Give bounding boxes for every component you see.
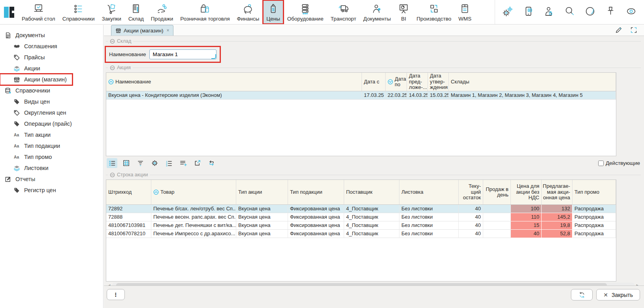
eye-button[interactable] xyxy=(625,6,637,19)
nav-item-prices[interactable]: $Цены xyxy=(263,0,284,24)
column-header[interactable]: Дата по xyxy=(386,73,407,91)
nav-item-warehouse[interactable]: Склад xyxy=(125,0,147,24)
logo-mark-cyan xyxy=(4,7,9,18)
column-header[interactable]: Поставщик xyxy=(344,180,399,204)
pin-button[interactable] xyxy=(605,6,616,19)
collapse-icon[interactable] xyxy=(110,65,115,70)
filter-tool[interactable] xyxy=(135,158,146,168)
cell: 40 xyxy=(459,213,483,221)
column-header[interactable]: Склады xyxy=(449,73,616,91)
nav-item-wms[interactable]: WMS xyxy=(455,0,475,24)
sidebar-item-7[interactable]: Округления цен xyxy=(0,107,72,118)
table-row[interactable]: 72892Печенье б/сах. лен/отруб. вес Сп...… xyxy=(106,205,616,213)
sidebar-item-6[interactable]: Виды цен xyxy=(0,96,55,107)
column-header[interactable]: Дата пред-ложе-... xyxy=(407,73,428,91)
nav-item-transport[interactable]: Транспорт xyxy=(327,0,360,24)
column-header[interactable]: Товар xyxy=(151,180,236,204)
active-filter-checkbox[interactable] xyxy=(598,161,604,166)
tab-close-icon[interactable]: × xyxy=(166,28,169,33)
nav-item-documents[interactable]: Документы xyxy=(360,0,395,24)
open-external-tool[interactable] xyxy=(192,158,203,168)
table-row[interactable]: 4810067078210Печенье Импрессо с др.арахи… xyxy=(106,230,616,238)
sidebar-item-5[interactable]: Справочники xyxy=(0,85,56,96)
table-row[interactable]: 72888Печенье весен. рапс.арах. вес Сп...… xyxy=(106,213,616,221)
store-icon xyxy=(13,76,20,83)
sidebar-item-11[interactable]: AaТип промо xyxy=(0,151,57,163)
nav-item-sales[interactable]: Продажи xyxy=(147,0,177,24)
sidebar-item-4[interactable]: Акции (магазин) xyxy=(0,74,72,85)
sidebar-item-2[interactable]: Прайсы xyxy=(0,52,50,63)
grid-view-tool[interactable] xyxy=(121,158,132,168)
numbered-list-icon: 123 xyxy=(165,159,173,167)
column-header[interactable]: Продаж в день xyxy=(483,180,511,204)
edit-pencil-icon[interactable] xyxy=(615,26,623,36)
reload-tool[interactable] xyxy=(206,158,217,168)
nav-item-production[interactable]: Производство xyxy=(413,0,455,24)
sidebar-item-8[interactable]: Операции (прайс) xyxy=(0,118,77,129)
sidebar-item-10[interactable]: AaТип подакции xyxy=(0,140,66,151)
list-view-tool[interactable] xyxy=(107,158,117,168)
gear-tool[interactable] xyxy=(149,158,160,168)
table-row[interactable]: 4810067103981Печенье дет. Печеняшки с ви… xyxy=(106,221,616,230)
column-header[interactable]: Цена для акции без НДС xyxy=(511,180,542,204)
cell xyxy=(483,205,511,213)
gear-icon xyxy=(151,159,158,167)
cell: Фиксированная цена xyxy=(288,205,344,213)
warehouse-name-input[interactable] xyxy=(149,49,217,59)
nav-item-equipment[interactable]: Оборудование xyxy=(284,0,327,24)
column-header-label: Теку-щий остаток xyxy=(461,183,481,201)
column-header[interactable]: Предлагае-мая акци-онная цена xyxy=(542,180,572,204)
tag-filled-icon xyxy=(13,187,20,194)
nav-item-desktop[interactable]: Рабочий стол xyxy=(18,0,59,24)
cell: 22.03.25 xyxy=(386,91,407,100)
section-label: Склад xyxy=(117,38,131,44)
nav-item-bi[interactable]: BI xyxy=(394,0,413,24)
nav-item-directory[interactable]: Справочники xyxy=(59,0,98,24)
add-list-tool[interactable] xyxy=(178,158,188,168)
sidebar-item-9[interactable]: AaТип акции xyxy=(0,129,56,140)
column-header[interactable]: Дата утвер-ждения xyxy=(428,73,449,91)
retail-icon xyxy=(199,3,211,15)
app-logo[interactable] xyxy=(0,0,18,24)
search-button[interactable] xyxy=(564,6,575,19)
tab-akcii-magazin[interactable]: Акции (магазин) × xyxy=(111,25,173,36)
cell: 14.03.25 xyxy=(407,91,428,100)
cell: Печенье весен. рапс.арах. вес Сп... xyxy=(151,213,236,221)
directory-icon xyxy=(73,3,84,15)
column-header[interactable]: Тип промо xyxy=(572,180,616,204)
nav-item-purchases[interactable]: Закупки xyxy=(98,0,125,24)
close-button[interactable]: ✕ Закрыть xyxy=(596,289,640,300)
column-header[interactable]: Штрихкод xyxy=(106,180,151,204)
numbered-list-tool[interactable]: 123 xyxy=(164,158,174,168)
feedback-button[interactable] xyxy=(523,6,534,19)
refresh-button[interactable] xyxy=(571,289,593,300)
sidebar-item-0[interactable]: Документы xyxy=(0,30,51,41)
settings-gears-button[interactable] xyxy=(502,6,514,19)
feedback-icon xyxy=(523,6,534,17)
column-header[interactable]: Тип акции xyxy=(236,180,288,204)
top-bar: Рабочий столСправочникиЗакупкиСкладПрода… xyxy=(0,0,644,25)
nav-item-finance[interactable]: Финансы xyxy=(233,0,263,24)
fullscreen-icon[interactable] xyxy=(630,26,638,36)
collapse-icon[interactable] xyxy=(110,39,115,44)
column-header[interactable]: Тип подакции xyxy=(288,180,344,204)
sidebar-item-13[interactable]: Отчеты xyxy=(0,174,41,185)
sidebar-item-3[interactable]: Акции xyxy=(0,63,46,74)
column-header[interactable]: Теку-щий остаток xyxy=(459,180,483,204)
nav-item-retail[interactable]: Розничная торговля xyxy=(177,0,233,24)
column-header[interactable]: Листовка xyxy=(399,180,459,204)
sidebar-item-14[interactable]: Регистр цен xyxy=(0,185,62,196)
nav-item-label: Розничная торговля xyxy=(180,16,230,22)
akciya-row[interactable]: Вкусная цена - Кондитерские изделия (Эко… xyxy=(106,91,616,100)
sidebar-item-1[interactable]: Соглашения xyxy=(0,41,63,52)
sidebar-item-12[interactable]: Листовки xyxy=(0,163,54,174)
cell: 52,8 xyxy=(542,230,572,238)
clock-button[interactable] xyxy=(584,6,596,19)
column-header[interactable]: Дата с xyxy=(362,73,386,91)
more-actions-button[interactable]: ⋮ xyxy=(107,289,125,300)
user-lock-button[interactable] xyxy=(543,6,555,19)
cell: Распродажа xyxy=(572,230,616,238)
collapse-icon[interactable] xyxy=(110,172,115,178)
akciya-toolbar: 123 Действующие xyxy=(106,156,641,170)
column-header[interactable]: Наименование xyxy=(106,73,362,91)
